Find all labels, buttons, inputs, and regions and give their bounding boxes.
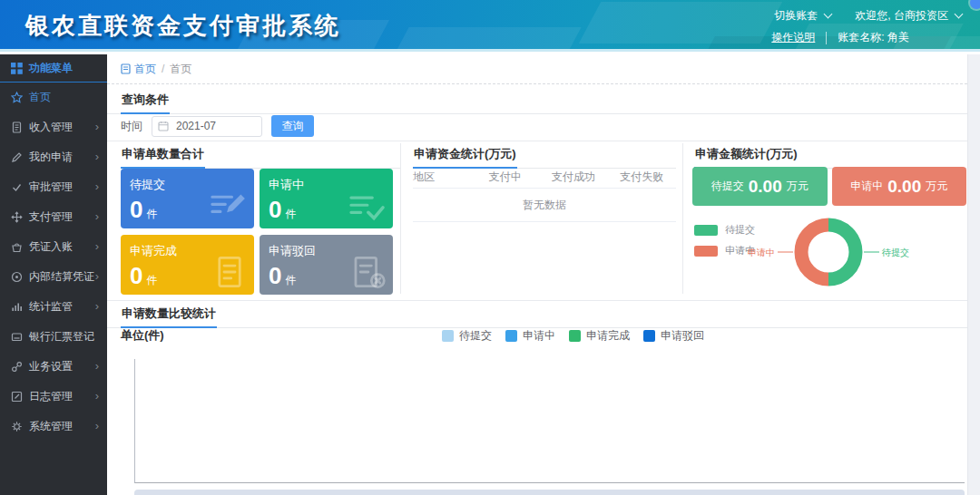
document-reject-icon [349, 255, 386, 289]
card-value: 0 [269, 262, 281, 289]
sidebar-item-home[interactable]: 首页 [0, 82, 107, 112]
badge-in-progress: 申请中 0.00 万元 [832, 167, 967, 206]
chevron-right-icon: › [95, 239, 99, 253]
sidebar-item-stats-supervision[interactable]: 统计监管 › [0, 292, 107, 322]
app-window: 银农直联资金支付审批系统 切换账套 欢迎您, 台商投资区 操作说明 账套名称: … [0, 0, 980, 495]
chevron-right-icon: › [95, 359, 99, 373]
basket-icon [11, 241, 23, 253]
donut-label-in-progress: 申请中 [748, 248, 775, 257]
edit-square-icon [11, 391, 23, 403]
grid-menu-icon [11, 63, 23, 74]
col-paying: 支付中 [471, 170, 539, 185]
empty-data-text: 暂无数据 [413, 189, 676, 222]
compare-chart-legend: 待提交 申请中 申请完成 申请驳回 [442, 328, 704, 344]
edit-document-icon [209, 190, 247, 223]
count-panel-title: 申请单数量合计 [121, 146, 205, 169]
sidebar-item-approval-mgmt[interactable]: 审批管理 › [0, 172, 107, 202]
chevron-right-icon: › [95, 389, 99, 403]
chart-unit-label: 单位(件) [121, 327, 164, 344]
section-divider [107, 300, 967, 301]
sidebar-menu-header: 功能菜单 [0, 54, 107, 82]
card-rejected: 申请驳回 0件 [260, 235, 393, 295]
page-icon [121, 63, 131, 74]
switch-account-dropdown[interactable]: 切换账套 [774, 8, 831, 24]
card-value: 0 [130, 196, 142, 223]
donut-chart: 申请中 待提交 [724, 209, 966, 299]
badge-pending-submit: 待提交 0.00 万元 [692, 167, 828, 206]
sidebar-item-log-mgmt[interactable]: 日志管理 › [0, 382, 107, 412]
sidebar-item-income-mgmt[interactable]: 收入管理 › [0, 112, 107, 142]
sidebar-item-bank-draft-register[interactable]: 银行汇票登记 [0, 322, 107, 352]
panel-divider [400, 143, 401, 294]
bank-card-icon [11, 331, 23, 343]
card-in-progress: 申请中 0件 [260, 169, 393, 228]
query-section-title: 查询条件 [121, 92, 170, 114]
document-lines-icon [212, 255, 247, 289]
legend-swatch [694, 246, 718, 257]
sidebar-item-system-mgmt[interactable]: 系统管理 › [0, 412, 107, 442]
query-form: 时间 查询 [121, 115, 314, 137]
app-header: 银农直联资金支付审批系统 切换账套 欢迎您, 台商投资区 操作说明 账套名称: … [0, 0, 980, 52]
donut-label-pending: 待提交 [881, 248, 909, 257]
chevron-right-icon: › [95, 299, 99, 313]
sidebar-item-voucher-entry[interactable]: 凭证入账 › [0, 232, 107, 262]
amount-panel-title: 申请金额统计(万元) [694, 146, 799, 169]
donut-slice-in-progress [801, 225, 828, 279]
sidebar-item-business-settings[interactable]: 业务设置 › [0, 352, 107, 382]
operation-guide-link[interactable]: 操作说明 [771, 30, 815, 45]
sidebar-item-payment-mgmt[interactable]: 支付管理 › [0, 202, 107, 232]
chevron-right-icon: › [95, 209, 99, 223]
chevron-down-icon [824, 10, 833, 19]
count-cards: 待提交 0件 申请中 0件 申请完成 0件 [121, 169, 393, 295]
donut-slice-pending [828, 225, 856, 279]
chart-datazoom-scrollbar[interactable] [134, 490, 965, 495]
sidebar-item-my-apply[interactable]: 我的申请 › [0, 142, 107, 172]
legend-item-rejected[interactable]: 申请驳回 [643, 328, 704, 344]
card-completed: 申请完成 0件 [121, 235, 254, 295]
right-scroll-gutter[interactable] [967, 54, 980, 495]
col-pay-failed: 支付失败 [608, 170, 676, 185]
breadcrumb-home-link[interactable]: 首页 [121, 62, 156, 77]
legend-swatch [643, 330, 655, 342]
section-divider [107, 141, 967, 141]
header-deco-shape [389, 27, 581, 52]
card-value: 0 [269, 196, 281, 223]
col-pay-success: 支付成功 [539, 170, 607, 185]
floating-help-dot[interactable] [970, 0, 980, 9]
record-circle-icon [11, 271, 23, 283]
chevron-right-icon: › [95, 269, 99, 283]
link-icon [11, 361, 23, 373]
breadcrumb: 首页 / 首页 [107, 54, 967, 84]
breadcrumb-current: 首页 [170, 62, 191, 77]
chevron-down-icon [955, 10, 964, 19]
card-pending-submit: 待提交 0件 [121, 169, 254, 228]
compare-bar-chart-plot [134, 359, 965, 483]
amount-badges: 待提交 0.00 万元 申请中 0.00 万元 [692, 167, 966, 206]
compare-section-header: 申请数量比较统计 [107, 305, 967, 328]
time-label: 时间 [121, 119, 142, 134]
sidebar-item-internal-settlement[interactable]: 内部结算凭证 › [0, 262, 107, 292]
account-name-label: 账套名称: 角美 [838, 30, 909, 45]
chevron-right-icon: › [95, 150, 99, 163]
gear-icon [11, 421, 23, 432]
list-check-icon [348, 190, 386, 223]
funds-panel-header: 申请资金统计(万元) [413, 145, 676, 169]
legend-item-in-progress[interactable]: 申请中 [505, 328, 555, 344]
move-cross-icon [11, 211, 23, 223]
legend-swatch [694, 225, 718, 236]
chevron-right-icon: › [95, 419, 99, 432]
legend-swatch [442, 330, 454, 342]
search-button[interactable]: 查询 [271, 115, 314, 137]
chevron-right-icon: › [95, 180, 99, 193]
legend-item-pending[interactable]: 待提交 [442, 328, 492, 344]
welcome-user-dropdown[interactable]: 欢迎您, 台商投资区 [855, 8, 962, 24]
legend-swatch [569, 330, 581, 342]
card-value: 0 [130, 262, 142, 289]
bar-chart-icon [11, 301, 23, 313]
document-icon [11, 121, 23, 133]
funds-table-header: 地区 支付中 支付成功 支付失败 [413, 167, 676, 189]
legend-swatch [505, 330, 517, 342]
legend-item-completed[interactable]: 申请完成 [569, 328, 630, 344]
pencil-icon [11, 151, 23, 163]
chevron-right-icon: › [95, 120, 99, 133]
